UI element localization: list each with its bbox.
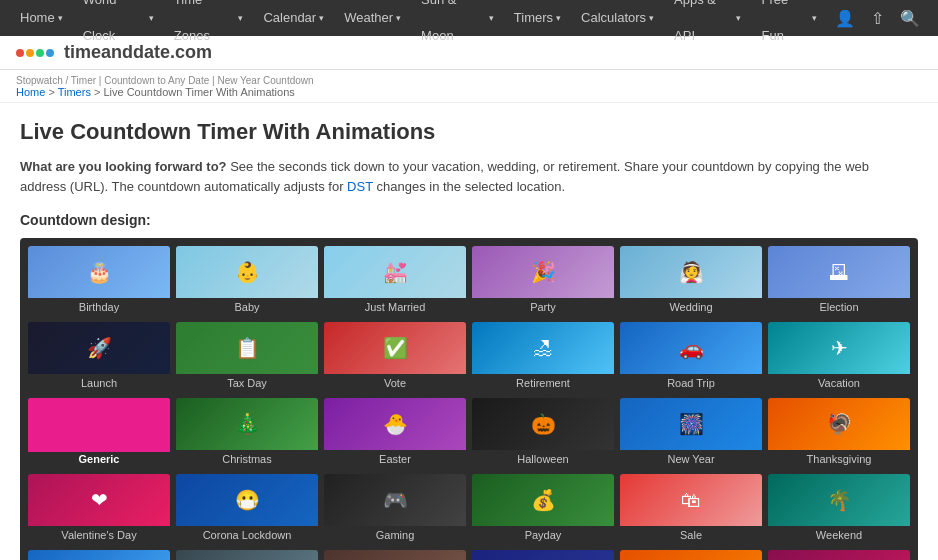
thumb-sale: 🛍 bbox=[620, 474, 762, 526]
grid-item-vote[interactable]: ✅Vote bbox=[324, 322, 466, 392]
grid-item-tax-day[interactable]: 📋Tax Day bbox=[176, 322, 318, 392]
grid-item-label-party: Party bbox=[472, 298, 614, 316]
weekend-icon: 🌴 bbox=[827, 488, 852, 512]
thumb-election: 🗳 bbox=[768, 246, 910, 298]
launch-icon: 🚀 bbox=[87, 336, 112, 360]
nav-weather[interactable]: Weather ▾ bbox=[334, 0, 411, 36]
thumb-wedding: 👰 bbox=[620, 246, 762, 298]
thumb-halloween: 🎃 bbox=[472, 398, 614, 450]
grid-item-sale[interactable]: 🛍Sale bbox=[620, 474, 762, 544]
grid-item-halloween[interactable]: 🎃Halloween bbox=[472, 398, 614, 468]
grid-item-gaming[interactable]: 🎮Gaming bbox=[324, 474, 466, 544]
main-content: Live Countdown Timer With Animations Wha… bbox=[0, 103, 938, 560]
nav-timers[interactable]: Timers ▾ bbox=[504, 0, 571, 36]
grid-item-work-from-home[interactable]: 🏠Work From Home bbox=[176, 550, 318, 560]
election-icon: 🗳 bbox=[829, 261, 849, 284]
grid-item-easter[interactable]: 🐣Easter bbox=[324, 398, 466, 468]
grid-row: 🌊Weekend🏠Work From Home💻Work From Home🏈A… bbox=[28, 550, 910, 560]
grid-item-new-year[interactable]: 🎆New Year bbox=[620, 398, 762, 468]
grid-item-road-trip[interactable]: 🚗Road Trip bbox=[620, 322, 762, 392]
baby-icon: 👶 bbox=[235, 260, 260, 284]
breadcrumb: Stopwatch / Timer | Countdown to Any Dat… bbox=[0, 70, 938, 103]
thumb-weekend: 🌴 bbox=[768, 474, 910, 526]
grid-item-election[interactable]: 🗳Election bbox=[768, 246, 910, 316]
corona-icon: 😷 bbox=[235, 488, 260, 512]
top-navigation: Home ▾ World Clock ▾ Time Zones ▾ Calend… bbox=[0, 0, 938, 36]
grid-item-wedding[interactable]: 👰Wedding bbox=[620, 246, 762, 316]
party-icon: 🎉 bbox=[531, 260, 556, 284]
grid-item-label-wedding: Wedding bbox=[620, 298, 762, 316]
halloween-icon: 🎃 bbox=[531, 412, 556, 436]
nav-sun-moon[interactable]: Sun & Moon ▾ bbox=[411, 0, 504, 54]
grid-item-label-election: Election bbox=[768, 298, 910, 316]
sale-icon: 🛍 bbox=[681, 489, 701, 512]
nav-home[interactable]: Home ▾ bbox=[10, 0, 73, 36]
chevron-down-icon: ▾ bbox=[58, 0, 63, 36]
grid-item-payday[interactable]: 💰Payday bbox=[472, 474, 614, 544]
dst-link[interactable]: DST bbox=[347, 179, 373, 194]
new-year-icon: 🎆 bbox=[679, 412, 704, 436]
nav-apps-api[interactable]: Apps & API ▾ bbox=[664, 0, 751, 54]
logo-text: timeanddate.com bbox=[64, 42, 212, 63]
breadcrumb-current: Live Countdown Timer With Animations bbox=[103, 86, 294, 98]
thumb-easter: 🐣 bbox=[324, 398, 466, 450]
grid-item-label-launch: Launch bbox=[28, 374, 170, 392]
grid-item-weekend[interactable]: 🌴Weekend bbox=[768, 474, 910, 544]
grid-item-christmas[interactable]: 🎄Christmas bbox=[176, 398, 318, 468]
grid-item-american-football[interactable]: 🏈American Football bbox=[472, 550, 614, 560]
christmas-icon: 🎄 bbox=[235, 412, 260, 436]
nav-calendar[interactable]: Calendar ▾ bbox=[253, 0, 334, 36]
grid-item-basketball[interactable]: 🏀Basketball bbox=[620, 550, 762, 560]
logo-dots bbox=[16, 49, 54, 57]
thumb-baby: 👶 bbox=[176, 246, 318, 298]
grid-item-launch[interactable]: 🚀Launch bbox=[28, 322, 170, 392]
thumb-vacation: ✈ bbox=[768, 322, 910, 374]
thanksgiving-icon: 🦃 bbox=[827, 412, 852, 436]
thumb-payday: 💰 bbox=[472, 474, 614, 526]
just-married-icon: 💒 bbox=[383, 260, 408, 284]
section-label: Countdown design: bbox=[20, 212, 918, 228]
description-intro: What are you looking forward to? bbox=[20, 159, 227, 174]
chevron-down-icon: ▾ bbox=[736, 0, 741, 36]
nav-calculators[interactable]: Calculators ▾ bbox=[571, 0, 664, 36]
breadcrumb-timers[interactable]: Timers bbox=[58, 86, 91, 98]
grid-item-weekend2[interactable]: 🌊Weekend bbox=[28, 550, 170, 560]
grid-item-valentines[interactable]: ❤Valentine's Day bbox=[28, 474, 170, 544]
thumb-basketball: 🏀 bbox=[620, 550, 762, 560]
grid-item-label-christmas: Christmas bbox=[176, 450, 318, 468]
nav-free-fun[interactable]: Free Fun ▾ bbox=[751, 0, 827, 54]
grid-item-label-valentines: Valentine's Day bbox=[28, 526, 170, 544]
grid-item-baby[interactable]: 👶Baby bbox=[176, 246, 318, 316]
account-icon[interactable]: 👤 bbox=[827, 9, 863, 28]
grid-item-party[interactable]: 🎉Party bbox=[472, 246, 614, 316]
grid-item-birthday[interactable]: 🎂Birthday bbox=[28, 246, 170, 316]
thumb-retirement: 🏖 bbox=[472, 322, 614, 374]
grid-item-work-from-home2[interactable]: 💻Work From Home bbox=[324, 550, 466, 560]
grid-item-label-easter: Easter bbox=[324, 450, 466, 468]
thumb-launch: 🚀 bbox=[28, 322, 170, 374]
grid-item-generic[interactable]: Generic bbox=[28, 398, 170, 468]
grid-item-retirement[interactable]: 🏖Retirement bbox=[472, 322, 614, 392]
breadcrumb-home[interactable]: Home bbox=[16, 86, 45, 98]
grid-item-label-halloween: Halloween bbox=[472, 450, 614, 468]
thumb-boxing: 🥊 bbox=[768, 550, 910, 560]
retirement-icon: 🏖 bbox=[533, 337, 553, 360]
grid-item-thanksgiving[interactable]: 🦃Thanksgiving bbox=[768, 398, 910, 468]
tax-day-icon: 📋 bbox=[235, 336, 260, 360]
share-icon[interactable]: ⇧ bbox=[863, 9, 892, 28]
search-icon[interactable]: 🔍 bbox=[892, 9, 928, 28]
grid-item-label-retirement: Retirement bbox=[472, 374, 614, 392]
chevron-down-icon: ▾ bbox=[396, 0, 401, 36]
grid-item-label-vote: Vote bbox=[324, 374, 466, 392]
grid-item-boxing[interactable]: 🥊Boxing bbox=[768, 550, 910, 560]
thumb-new-year: 🎆 bbox=[620, 398, 762, 450]
grid-item-label-thanksgiving: Thanksgiving bbox=[768, 450, 910, 468]
grid-row: 🚀Launch📋Tax Day✅Vote🏖Retirement🚗Road Tri… bbox=[28, 322, 910, 392]
grid-item-label-payday: Payday bbox=[472, 526, 614, 544]
grid-row: 🎂Birthday👶Baby💒Just Married🎉Party👰Weddin… bbox=[28, 246, 910, 316]
grid-item-label-just-married: Just Married bbox=[324, 298, 466, 316]
grid-item-just-married[interactable]: 💒Just Married bbox=[324, 246, 466, 316]
grid-item-corona[interactable]: 😷Corona Lockdown bbox=[176, 474, 318, 544]
grid-item-vacation[interactable]: ✈Vacation bbox=[768, 322, 910, 392]
thumb-gaming: 🎮 bbox=[324, 474, 466, 526]
